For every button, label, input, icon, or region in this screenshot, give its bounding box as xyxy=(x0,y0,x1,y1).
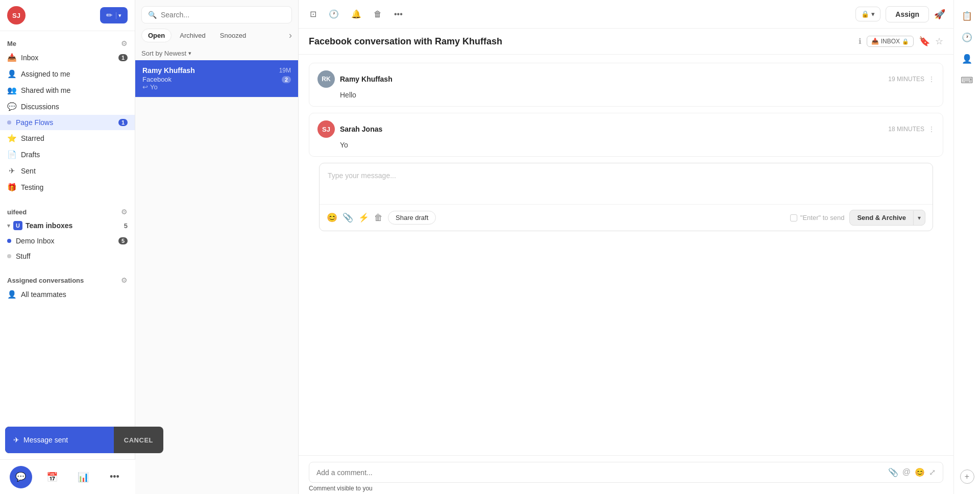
sidebar-item-inbox[interactable]: 📥 Inbox 1 xyxy=(0,50,135,66)
expand-comment-icon[interactable]: ⤢ xyxy=(929,467,936,477)
bell-toolbar-icon[interactable]: 🔔 xyxy=(348,6,364,22)
sidebar-item-page-flows[interactable]: Page Flows 1 xyxy=(0,115,135,130)
message-body-1: Hello xyxy=(340,91,935,99)
rp-icon-keyboard[interactable]: ⌨ xyxy=(958,70,977,90)
assign-button[interactable]: Assign xyxy=(886,6,929,22)
conv-preview-text: Yo xyxy=(150,83,158,91)
star-icon: ⭐ xyxy=(7,134,16,143)
message-sent-toast: ✈ Message sent CANCEL xyxy=(5,427,163,453)
nav-more-icon[interactable]: ••• xyxy=(103,466,126,488)
nav-chart-icon[interactable]: 📊 xyxy=(72,466,94,488)
filter-tabs: Open Archived Snoozed › xyxy=(141,29,292,42)
sidebar-item-shared[interactable]: 👥 Shared with me xyxy=(0,82,135,98)
lock-icon: 🔒 xyxy=(861,10,869,18)
ai-compose-icon[interactable]: ⚡ xyxy=(358,212,369,223)
assigned-section: Assigned conversations ⚙ 👤 All teammates xyxy=(0,268,135,307)
attach-comment-icon[interactable]: 📎 xyxy=(888,467,898,477)
more-toolbar-icon[interactable]: ••• xyxy=(391,7,406,22)
sidebar-item-discussions[interactable]: 💬 Discussions xyxy=(0,98,135,115)
sort-row[interactable]: Sort by Newest ▾ xyxy=(135,46,298,60)
team-label: uifeed xyxy=(7,208,27,216)
toast-text: Message sent xyxy=(23,436,68,444)
bottom-nav: 💬 📅 📊 ••• xyxy=(0,459,135,494)
message-sender-2: SJ Sarah Jonas xyxy=(317,120,382,138)
trash-toolbar-icon[interactable]: 🗑 xyxy=(371,7,385,22)
sidebar-item-sent[interactable]: ✈ Sent xyxy=(0,163,135,179)
rp-icon-clock[interactable]: 🕐 xyxy=(958,28,977,47)
assigned-icon: 👤 xyxy=(7,69,16,79)
rocket-icon[interactable]: 🚀 xyxy=(934,9,945,20)
emoji-compose-icon[interactable]: 😊 xyxy=(327,212,337,223)
me-section: Me ⚙ 📥 Inbox 1 👤 Assigned to me 👥 Shared… xyxy=(0,31,135,200)
filter-tab-archived[interactable]: Archived xyxy=(174,29,212,42)
comment-input[interactable] xyxy=(316,468,884,477)
sidebar-item-all-teammates[interactable]: 👤 All teammates xyxy=(0,286,135,303)
clock-toolbar-icon[interactable]: 🕐 xyxy=(326,6,342,22)
sent-label: Sent xyxy=(21,167,128,175)
send-archive-chevron-icon[interactable]: ▾ xyxy=(913,211,925,225)
sidebar-item-testing[interactable]: 🎁 Testing xyxy=(0,179,135,195)
sidebar-item-drafts[interactable]: 📄 Drafts xyxy=(0,146,135,163)
rp-icon-clipboard[interactable]: 📋 xyxy=(958,6,977,26)
message-more-icon-2[interactable]: ⋮ xyxy=(928,126,935,133)
team-inboxes-header[interactable]: ▾ U Team inboxes 5 xyxy=(0,218,135,233)
toast-icon: ✈ xyxy=(13,436,19,444)
compose-button[interactable]: ✏ ▾ xyxy=(100,7,128,23)
assigned-settings-icon[interactable]: ⚙ xyxy=(121,276,128,284)
search-box[interactable]: 🔍 xyxy=(141,6,292,23)
team-chevron-icon: ▾ xyxy=(7,223,10,229)
sidebar-item-assigned[interactable]: 👤 Assigned to me xyxy=(0,66,135,82)
compose-input[interactable]: Type your message... xyxy=(320,163,933,204)
toast-cancel-button[interactable]: CANCEL xyxy=(114,427,163,453)
at-comment-icon[interactable]: @ xyxy=(902,467,911,477)
all-teammates-label: All teammates xyxy=(21,290,128,299)
nav-chat-icon[interactable]: 💬 xyxy=(10,466,32,488)
page-flows-dot xyxy=(7,120,11,125)
teammates-icon: 👤 xyxy=(7,290,16,299)
info-icon[interactable]: ℹ xyxy=(859,37,862,46)
filter-tab-snoozed[interactable]: Snoozed xyxy=(214,29,252,42)
trash-compose-icon[interactable]: 🗑 xyxy=(374,213,383,223)
me-settings-icon[interactable]: ⚙ xyxy=(121,39,128,47)
rp-add-button[interactable]: + xyxy=(960,470,974,484)
stuff-label: Stuff xyxy=(16,252,128,260)
sender-name-1: Ramy Khuffash xyxy=(340,75,393,83)
inbox-badge-label: INBOX xyxy=(881,38,900,45)
demo-inbox-badge: 5 xyxy=(118,237,128,244)
conv-sender-name: Ramy Khuffash xyxy=(142,66,195,75)
message-more-icon-1[interactable]: ⋮ xyxy=(928,76,935,83)
team-inboxes-label: Team inboxes xyxy=(26,221,121,230)
team-settings-icon[interactable]: ⚙ xyxy=(121,208,128,216)
main-toolbar: ⊡ 🕐 🔔 🗑 ••• 🔒 ▾ Assign 🚀 xyxy=(299,0,953,29)
lock-button[interactable]: 🔒 ▾ xyxy=(855,7,880,21)
send-archive-button[interactable]: Send & Archive ▾ xyxy=(849,210,925,226)
filter-tab-open[interactable]: Open xyxy=(141,29,172,42)
sidebar-item-demo-inbox[interactable]: Demo Inbox 5 xyxy=(0,233,135,249)
inbox-badge: 1 xyxy=(118,54,128,61)
star-conv-icon[interactable]: ☆ xyxy=(935,36,943,47)
conv-preview: ↩ Yo xyxy=(142,83,291,91)
lock-chevron-icon: ▾ xyxy=(871,10,875,18)
message-body-2: Yo xyxy=(340,141,935,149)
emoji-comment-icon[interactable]: 😊 xyxy=(915,467,925,477)
discussions-icon: 💬 xyxy=(7,102,16,111)
right-panel: 📋 🕐 👤 ⌨ + xyxy=(953,0,980,494)
bookmark-icon[interactable]: 🔖 xyxy=(919,36,930,47)
search-input[interactable] xyxy=(161,11,285,19)
share-draft-button[interactable]: Share draft xyxy=(388,211,436,225)
conversation-item[interactable]: Ramy Khuffash 19M Facebook 2 ↩ Yo xyxy=(135,60,298,97)
testing-label: Testing xyxy=(21,183,128,191)
enter-checkbox[interactable] xyxy=(790,214,797,221)
attach-compose-icon[interactable]: 📎 xyxy=(342,212,353,223)
message-card-2: SJ Sarah Jonas 18 MINUTES ⋮ Yo xyxy=(309,113,943,157)
sidebar-item-stuff[interactable]: Stuff xyxy=(0,249,135,264)
conversation-title: Facebook conversation with Ramy Khuffash xyxy=(309,36,853,47)
archive-toolbar-icon[interactable]: ⊡ xyxy=(307,6,320,22)
filter-more-icon[interactable]: › xyxy=(289,30,292,41)
rp-icon-person[interactable]: 👤 xyxy=(958,49,977,68)
conv-channel: Facebook xyxy=(142,76,172,83)
nav-calendar-icon[interactable]: 📅 xyxy=(41,466,63,488)
demo-inbox-label: Demo Inbox xyxy=(16,237,114,245)
sidebar-item-starred[interactable]: ⭐ Starred xyxy=(0,130,135,146)
avatar[interactable]: SJ xyxy=(7,6,26,24)
